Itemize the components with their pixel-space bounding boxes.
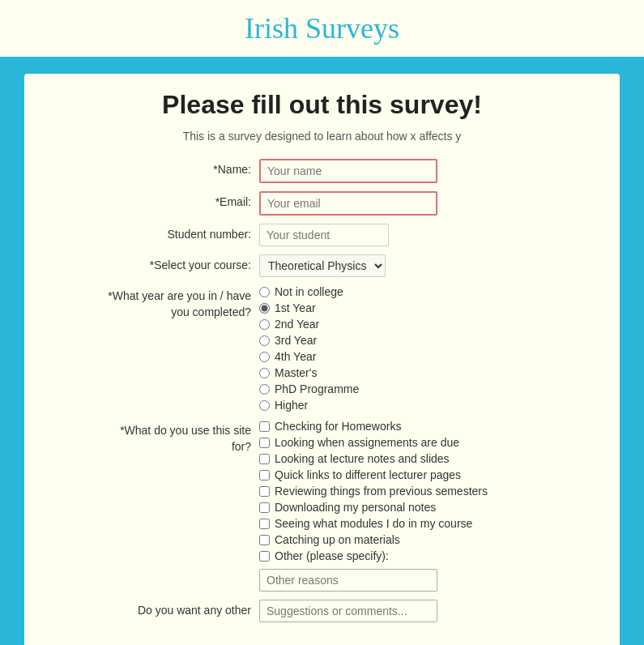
use-other[interactable]: Other (please specify): (259, 549, 595, 562)
use-assignements[interactable]: Looking when assignements are due (259, 436, 595, 449)
year-radio-4th[interactable] (259, 352, 270, 362)
student-field-container (259, 224, 595, 246)
year-row: *What year are you in / haveyou complete… (49, 285, 595, 412)
name-field-container (259, 159, 595, 183)
suggestions-input[interactable] (259, 600, 437, 622)
year-option-1st[interactable]: 1st Year (259, 301, 595, 314)
year-radio-2nd[interactable] (259, 319, 270, 330)
comments-field-container (259, 600, 595, 622)
use-lecturer-pages[interactable]: Quick links to different lecturer pages (259, 468, 595, 481)
site-use-label: *What do you use this sitefor? (49, 420, 259, 455)
comments-label: Do you want any other (49, 600, 259, 619)
year-radio-group: Not in college 1st Year 2nd Year 3rd Yea… (259, 285, 595, 412)
year-radio-3rd[interactable] (259, 335, 270, 346)
student-label: Student number: (49, 224, 259, 243)
site-use-field-container: Checking for Homeworks Looking when assi… (259, 420, 595, 592)
year-radio-not-in-college[interactable] (259, 287, 270, 297)
year-radio-1st[interactable] (259, 303, 270, 314)
year-option-masters[interactable]: Master's (259, 366, 595, 379)
name-input[interactable] (259, 159, 437, 183)
year-field-container: Not in college 1st Year 2nd Year 3rd Yea… (259, 285, 595, 412)
year-option-not-in-college[interactable]: Not in college (259, 285, 595, 298)
course-row: *Select your course: Theoretical Physics… (49, 254, 595, 277)
site-title: Irish Surveys (0, 11, 644, 45)
other-specify-input[interactable] (259, 569, 437, 592)
site-use-row: *What do you use this sitefor? Checking … (49, 420, 595, 592)
year-option-4th[interactable]: 4th Year (259, 350, 595, 363)
comments-row: Do you want any other (49, 600, 595, 622)
email-field-container (259, 191, 595, 216)
checkbox-other[interactable] (259, 551, 270, 562)
year-label: *What year are you in / haveyou complete… (49, 285, 259, 320)
survey-description: This is a survey designed to learn about… (49, 130, 595, 143)
use-modules[interactable]: Seeing what modules I do in my course (259, 517, 595, 530)
checkbox-lecturer-pages[interactable] (259, 470, 270, 481)
use-reviewing[interactable]: Reviewing things from previous semesters (259, 485, 595, 498)
use-homeworks[interactable]: Checking for Homeworks (259, 420, 595, 433)
name-row: *Name: (49, 159, 595, 183)
checkbox-downloading[interactable] (259, 502, 270, 513)
year-option-phd[interactable]: PhD Programme (259, 382, 595, 395)
checkbox-reviewing[interactable] (259, 486, 270, 497)
email-input[interactable] (259, 191, 437, 216)
checkbox-catching-up[interactable] (259, 535, 270, 545)
survey-title: Please fill out this survey! (49, 90, 595, 120)
year-radio-masters[interactable] (259, 368, 270, 378)
year-radio-phd[interactable] (259, 384, 270, 395)
year-radio-higher[interactable] (259, 400, 270, 411)
course-label: *Select your course: (49, 254, 259, 274)
name-label: *Name: (49, 159, 259, 178)
year-option-3rd[interactable]: 3rd Year (259, 334, 595, 347)
checkbox-lecture-notes[interactable] (259, 454, 270, 464)
year-option-higher[interactable]: Higher (259, 399, 595, 412)
student-row: Student number: (49, 224, 595, 246)
use-catching-up[interactable]: Catching up on materials (259, 533, 595, 546)
use-downloading[interactable]: Downloading my personal notes (259, 501, 595, 514)
course-field-container: Theoretical Physics Computer Science Mat… (259, 254, 595, 277)
checkbox-homeworks[interactable] (259, 421, 270, 432)
use-lecture-notes[interactable]: Looking at lecture notes and slides (259, 452, 595, 465)
page-header: Irish Surveys (0, 0, 644, 59)
student-input[interactable] (259, 224, 389, 246)
email-row: *Email: (49, 191, 595, 216)
checkbox-assignements[interactable] (259, 438, 270, 448)
site-use-checkbox-group: Checking for Homeworks Looking when assi… (259, 420, 595, 592)
course-select[interactable]: Theoretical Physics Computer Science Mat… (259, 254, 386, 277)
checkbox-modules[interactable] (259, 519, 270, 529)
year-option-2nd[interactable]: 2nd Year (259, 318, 595, 331)
survey-container: Please fill out this survey! This is a s… (24, 74, 620, 645)
email-label: *Email: (49, 191, 259, 211)
